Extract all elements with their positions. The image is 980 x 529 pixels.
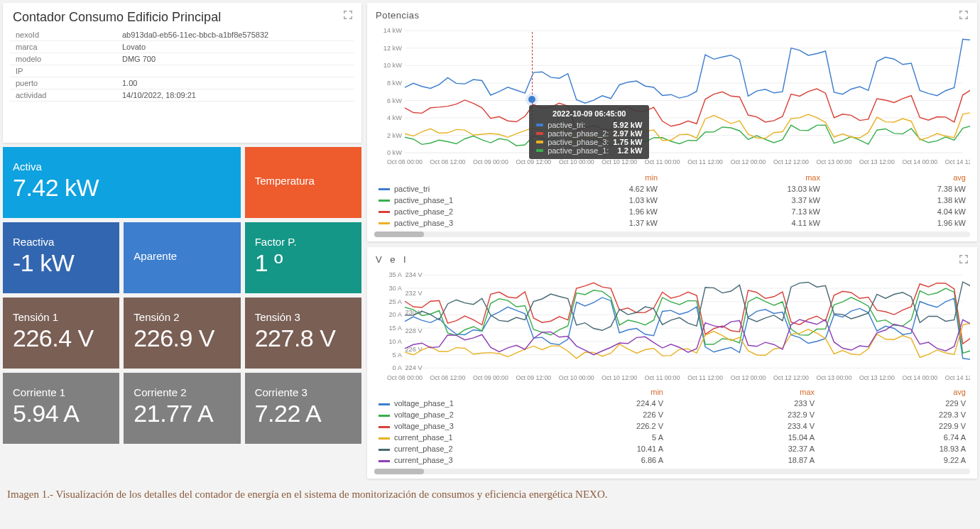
svg-text:224 V: 224 V (405, 364, 423, 371)
svg-text:234 V: 234 V (405, 271, 423, 278)
legend-row[interactable]: pactive_phase_21.96 kW7.13 kW4.04 kW (374, 206, 970, 217)
tile-reactiva[interactable]: Reactiva -1 kW (3, 222, 119, 293)
svg-text:Oct 14 12:00: Oct 14 12:00 (945, 158, 970, 165)
svg-text:4 kW: 4 kW (387, 114, 402, 121)
legend-row[interactable]: voltage_phase_2226 V232.9 V229.3 V (374, 409, 970, 420)
chart-title: Potencias (374, 7, 970, 23)
svg-text:5 A: 5 A (393, 351, 403, 358)
chart-plot[interactable]: 0 A5 A10 A15 A20 A25 A30 A35 A224 V226 V… (374, 268, 970, 384)
svg-text:12 kW: 12 kW (383, 45, 402, 52)
tile-corriente2[interactable]: Corriente 2 21.77 A (124, 373, 240, 444)
svg-text:Oct 10 00:00: Oct 10 00:00 (559, 158, 594, 165)
svg-text:Oct 09 12:00: Oct 09 12:00 (516, 373, 551, 381)
tile-tension1[interactable]: Tensión 1 226.4 V (3, 298, 119, 369)
tile-label: Tensión 1 (13, 311, 109, 323)
tile-factor[interactable]: Factor P. 1 º (245, 222, 361, 293)
legend-row[interactable]: pactive_tri4.62 kW13.03 kW7.38 kW (374, 183, 970, 195)
legend-row[interactable]: pactive_phase_31.37 kW4.11 kW1.96 kW (374, 217, 970, 229)
svg-text:Oct 09 00:00: Oct 09 00:00 (473, 158, 508, 165)
scrollbar[interactable] (374, 469, 970, 474)
tile-label: Reactiva (13, 236, 109, 248)
svg-text:30 A: 30 A (388, 285, 402, 292)
svg-text:Oct 14 00:00: Oct 14 00:00 (902, 373, 937, 381)
tile-tension2[interactable]: Tensión 2 226.9 V (124, 298, 240, 369)
svg-text:Oct 08 12:00: Oct 08 12:00 (430, 373, 466, 381)
expand-icon[interactable] (343, 10, 353, 23)
chart-plot[interactable]: 0 kW2 kW4 kW6 kW8 kW10 kW12 kW14 kWOct 0… (374, 23, 970, 169)
tile-label: Activa (13, 160, 231, 173)
svg-text:6 kW: 6 kW (387, 97, 402, 104)
legend-row[interactable]: current_phase_210.41 A32.37 A18.93 A (374, 443, 970, 454)
svg-text:8 kW: 8 kW (387, 80, 402, 87)
svg-text:Oct 13 00:00: Oct 13 00:00 (817, 158, 852, 165)
svg-text:Oct 13 00:00: Oct 13 00:00 (817, 373, 852, 381)
svg-text:Oct 08 00:00: Oct 08 00:00 (387, 373, 423, 381)
svg-text:Oct 10 00:00: Oct 10 00:00 (559, 373, 594, 381)
chart-legend: minmaxavg voltage_phase_1224.4 V233 V229… (374, 386, 970, 466)
chart-title: V e I (374, 251, 970, 268)
chart-legend: minmaxavg pactive_tri4.62 kW13.03 kW7.38… (374, 172, 970, 229)
svg-text:Oct 10 12:00: Oct 10 12:00 (601, 373, 637, 381)
svg-text:Oct 14 00:00: Oct 14 00:00 (902, 158, 937, 165)
svg-text:232 V: 232 V (405, 290, 423, 297)
svg-text:228 V: 228 V (405, 327, 423, 334)
svg-text:Oct 08 12:00: Oct 08 12:00 (430, 158, 466, 165)
tile-corriente1[interactable]: Corriente 1 5.94 A (3, 373, 119, 444)
svg-text:15 A: 15 A (388, 325, 402, 332)
svg-text:Oct 13 12:00: Oct 13 12:00 (859, 158, 895, 165)
svg-text:10 A: 10 A (388, 337, 402, 344)
svg-text:Oct 12 00:00: Oct 12 00:00 (731, 158, 766, 165)
svg-text:Oct 08 00:00: Oct 08 00:00 (387, 158, 423, 165)
svg-text:25 A: 25 A (388, 298, 402, 305)
tile-aparente[interactable]: Aparente (124, 222, 240, 293)
legend-row[interactable]: voltage_phase_3226.2 V233.4 V229.9 V (374, 420, 970, 432)
tile-label: Corriente 1 (13, 386, 109, 398)
svg-text:Oct 11 00:00: Oct 11 00:00 (645, 158, 680, 165)
tile-label: Tensión 2 (134, 311, 230, 323)
svg-text:Oct 09 00:00: Oct 09 00:00 (473, 373, 508, 381)
legend-row[interactable]: current_phase_36.86 A18.87 A9.22 A (374, 454, 970, 466)
tile-label: Temperatura (255, 175, 352, 187)
svg-text:Oct 14 12:00: Oct 14 12:00 (945, 373, 970, 381)
chart-potencias: Potencias 0 kW2 kW4 kW6 kW8 kW10 kW12 kW… (367, 3, 977, 241)
tile-temperatura[interactable]: Temperatura (245, 147, 361, 218)
tile-value: 5.94 A (13, 400, 109, 427)
svg-text:10 kW: 10 kW (383, 62, 402, 69)
svg-text:Oct 12 12:00: Oct 12 12:00 (773, 373, 809, 381)
chart-tooltip: 2022-10-09 06:45:00 pactive_tri:5.92 kWp… (529, 105, 649, 159)
svg-text:20 A: 20 A (388, 311, 402, 318)
tile-label: Factor P. (255, 236, 352, 248)
tile-label: Corriente 3 (255, 386, 352, 398)
tile-value: 7.22 A (255, 400, 352, 427)
tile-value: -1 kW (13, 249, 109, 277)
svg-text:2 kW: 2 kW (387, 132, 402, 139)
expand-icon[interactable] (959, 10, 969, 23)
tile-value: 21.77 A (134, 400, 230, 427)
tile-activa[interactable]: Activa 7.42 kW (3, 147, 241, 218)
expand-icon[interactable] (959, 254, 969, 267)
svg-text:0 A: 0 A (393, 364, 403, 371)
svg-text:Oct 12 12:00: Oct 12 12:00 (773, 158, 809, 165)
legend-row[interactable]: pactive_phase_11.03 kW3.37 kW1.38 kW (374, 195, 970, 206)
info-panel: Contador Consumo Edificio Principal nexo… (3, 3, 361, 143)
tile-value: 226.4 V (13, 325, 109, 352)
tile-value: 227.8 V (255, 325, 352, 352)
svg-text:Oct 12 00:00: Oct 12 00:00 (731, 373, 766, 381)
tile-value: 226.9 V (134, 325, 230, 352)
legend-row[interactable]: voltage_phase_1224.4 V233 V229 V (374, 398, 970, 409)
tile-label: Corriente 2 (134, 386, 230, 398)
svg-text:14 kW: 14 kW (383, 27, 402, 34)
tile-label: Tensión 3 (255, 311, 352, 323)
svg-text:Oct 10 12:00: Oct 10 12:00 (601, 158, 637, 165)
legend-row[interactable]: current_phase_15 A15.04 A6.74 A (374, 432, 970, 443)
scrollbar[interactable] (374, 231, 970, 237)
info-title: Contador Consumo Edificio Principal (3, 3, 361, 29)
tile-label: Aparente (134, 250, 230, 262)
svg-text:0 kW: 0 kW (387, 149, 402, 156)
chart-vei: V e I 0 A5 A10 A15 A20 A25 A30 A35 A224 … (367, 247, 977, 479)
svg-text:Oct 11 12:00: Oct 11 12:00 (687, 373, 723, 381)
tile-tension3[interactable]: Tensión 3 227.8 V (245, 298, 361, 369)
tile-corriente3[interactable]: Corriente 3 7.22 A (245, 373, 361, 444)
info-table: nexoIdab913da0-eb56-11ec-bbcb-a1bf8e5758… (10, 29, 354, 102)
svg-text:Oct 11 00:00: Oct 11 00:00 (645, 373, 680, 381)
